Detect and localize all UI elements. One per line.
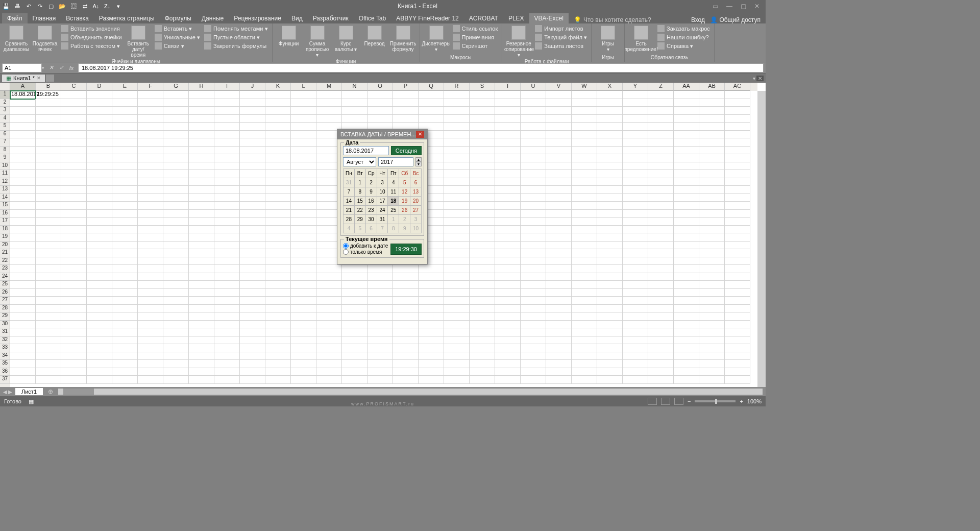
cell[interactable]: [597, 226, 623, 234]
cell[interactable]: [240, 91, 265, 99]
cell[interactable]: [36, 99, 61, 107]
cell[interactable]: [521, 99, 546, 107]
cell[interactable]: [138, 226, 163, 234]
cell[interactable]: [521, 328, 546, 336]
cell[interactable]: [572, 336, 597, 345]
cell[interactable]: [597, 281, 623, 289]
column-header[interactable]: D: [87, 83, 112, 91]
cell[interactable]: [87, 289, 112, 297]
cell[interactable]: [699, 226, 725, 234]
add-tab-button[interactable]: [46, 75, 54, 82]
cell[interactable]: [572, 281, 597, 289]
cell[interactable]: [597, 344, 623, 352]
cell[interactable]: [470, 107, 495, 115]
cell[interactable]: [189, 289, 214, 297]
cell[interactable]: [470, 249, 495, 257]
cell[interactable]: [214, 352, 240, 360]
cell[interactable]: [597, 352, 623, 360]
cell[interactable]: [10, 178, 36, 186]
cell[interactable]: [189, 99, 214, 107]
undo-icon[interactable]: ↶: [24, 2, 33, 10]
ribbon-button[interactable]: Курсвалюты ▾: [333, 25, 359, 53]
cell[interactable]: [572, 273, 597, 281]
cell[interactable]: [163, 186, 189, 194]
cell[interactable]: [10, 242, 36, 250]
cell[interactable]: [597, 249, 623, 257]
cell[interactable]: [546, 376, 572, 384]
cell[interactable]: [648, 138, 674, 147]
cell[interactable]: [623, 147, 648, 155]
calendar-day[interactable]: 1: [388, 215, 399, 224]
cell[interactable]: [546, 249, 572, 257]
cell[interactable]: [342, 91, 368, 99]
cell[interactable]: [87, 360, 112, 368]
cell[interactable]: [214, 233, 240, 242]
cell[interactable]: [163, 368, 189, 376]
share-button[interactable]: 👤 Общий доступ: [710, 16, 761, 23]
cell[interactable]: [419, 99, 444, 107]
cell[interactable]: [546, 312, 572, 321]
cell[interactable]: [291, 178, 316, 186]
cell[interactable]: [470, 328, 495, 336]
row-header[interactable]: 10: [0, 162, 10, 171]
cell[interactable]: [87, 328, 112, 336]
cell[interactable]: [444, 138, 470, 147]
cell[interactable]: [163, 233, 189, 242]
cell[interactable]: [470, 368, 495, 376]
cell[interactable]: [546, 257, 572, 266]
cell[interactable]: [699, 249, 725, 257]
cell[interactable]: [291, 242, 316, 250]
sheet-nav-prev-icon[interactable]: ◀: [3, 389, 7, 395]
calendar-day[interactable]: 13: [410, 187, 422, 197]
cell[interactable]: [316, 305, 342, 313]
zoom-in-icon[interactable]: +: [740, 398, 743, 404]
cell[interactable]: [316, 336, 342, 345]
calendar-day[interactable]: 11: [388, 187, 399, 197]
cell[interactable]: [240, 138, 265, 147]
cell[interactable]: [674, 321, 699, 329]
cell[interactable]: [597, 273, 623, 281]
cell[interactable]: [674, 123, 699, 131]
cell[interactable]: [546, 131, 572, 139]
cell[interactable]: [521, 336, 546, 345]
cell[interactable]: [419, 312, 444, 321]
cell[interactable]: [725, 186, 750, 194]
cell[interactable]: [572, 368, 597, 376]
cell[interactable]: [444, 147, 470, 155]
cell[interactable]: [291, 305, 316, 313]
cell[interactable]: [163, 202, 189, 210]
cell[interactable]: [138, 328, 163, 336]
cell[interactable]: [623, 273, 648, 281]
cell[interactable]: [674, 178, 699, 186]
tab-рецензирование[interactable]: Рецензирование: [229, 13, 286, 23]
cell[interactable]: [265, 273, 291, 281]
cell[interactable]: [265, 336, 291, 345]
cell[interactable]: [189, 257, 214, 266]
cell[interactable]: [368, 281, 393, 289]
cell[interactable]: [419, 281, 444, 289]
cell[interactable]: [521, 210, 546, 218]
cell[interactable]: [495, 249, 521, 257]
cell[interactable]: [112, 178, 138, 186]
cell[interactable]: [87, 178, 112, 186]
cell[interactable]: [189, 178, 214, 186]
cell[interactable]: [61, 162, 87, 171]
cell[interactable]: [36, 170, 61, 178]
cell[interactable]: [10, 218, 36, 226]
cell[interactable]: [87, 368, 112, 376]
cell[interactable]: [87, 312, 112, 321]
cell[interactable]: [546, 360, 572, 368]
cell[interactable]: [674, 131, 699, 139]
cell[interactable]: [138, 210, 163, 218]
cell[interactable]: [674, 297, 699, 305]
cell[interactable]: [597, 210, 623, 218]
column-header[interactable]: Z: [648, 83, 674, 91]
cell[interactable]: [470, 360, 495, 368]
cell[interactable]: [699, 344, 725, 352]
cell[interactable]: [138, 289, 163, 297]
cell[interactable]: [342, 281, 368, 289]
cell[interactable]: [699, 123, 725, 131]
calendar-day[interactable]: 5: [399, 178, 410, 187]
cell[interactable]: [674, 107, 699, 115]
open-icon[interactable]: 📂: [58, 2, 66, 10]
